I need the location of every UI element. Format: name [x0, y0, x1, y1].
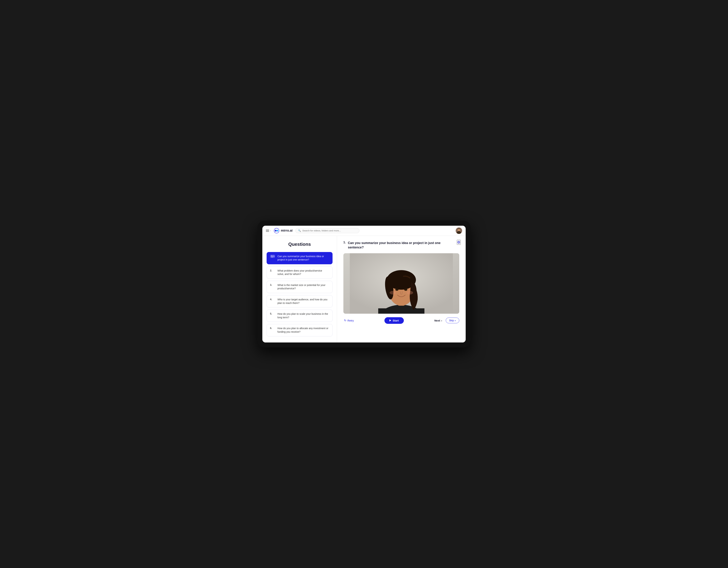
skip-arrows-icon: »: [455, 319, 456, 322]
main-content: Questions Q.1 Can you summarize your bus…: [262, 236, 466, 342]
right-panel: ⚙ 1. Can you summarize your business ide…: [337, 236, 466, 342]
question-item-6[interactable]: 6. How do you plan to allocate any inves…: [267, 324, 333, 336]
controls-center: Start: [357, 317, 431, 324]
video-area: [343, 253, 459, 314]
search-icon: 🔍: [298, 229, 301, 232]
skip-label: Skip: [449, 319, 454, 322]
logo-area[interactable]: mirro.ai: [274, 228, 293, 234]
question-text-1: Can you summarize your business idea or …: [277, 255, 329, 262]
avatar[interactable]: [456, 227, 462, 234]
retry-icon: ↻: [344, 319, 346, 322]
start-button[interactable]: Start: [384, 317, 404, 324]
search-bar[interactable]: 🔍: [295, 228, 359, 233]
app-window: › mirro.ai 🔍: [262, 226, 466, 342]
skip-button[interactable]: Skip »: [446, 318, 459, 323]
question-number-5: 5.: [270, 312, 275, 315]
question-number-2: 2.: [270, 269, 275, 272]
question-number-1: Q.1: [270, 255, 275, 258]
question-number-4: 4.: [270, 298, 275, 301]
active-question-text: Can you summarize your business idea or …: [348, 241, 452, 250]
svg-point-17: [407, 291, 413, 294]
settings-button[interactable]: ⚙: [457, 240, 461, 245]
svg-point-1: [275, 230, 277, 232]
question-number-6: 6.: [270, 327, 275, 329]
search-input[interactable]: [302, 229, 357, 232]
next-button[interactable]: Next ›: [434, 318, 443, 323]
question-number-3: 3.: [270, 283, 275, 286]
video-placeholder: [343, 253, 459, 314]
svg-point-14: [395, 289, 398, 291]
next-chevron-icon: ›: [441, 319, 442, 322]
top-bar: › mirro.ai 🔍: [262, 226, 466, 236]
hamburger-icon: [266, 230, 269, 232]
chevron-right-icon: ›: [270, 229, 271, 232]
question-text-4: Who is your target audience, and how do …: [277, 298, 329, 305]
question-text-6: How do you plan to allocate any investme…: [277, 327, 329, 334]
controls-area: ↻ Retry Start Next › Skip: [343, 317, 459, 324]
question-list: Q.1 Can you summarize your business idea…: [267, 252, 333, 336]
mirro-logo-icon: [274, 228, 279, 234]
svg-point-15: [404, 289, 407, 291]
person-illustration: [343, 253, 459, 314]
left-panel: Questions Q.1 Can you summarize your bus…: [262, 236, 337, 342]
svg-point-16: [390, 291, 396, 294]
question-text-5: How do you plan to scale your business i…: [277, 312, 329, 319]
avatar-image: [456, 227, 462, 234]
logo-text: mirro.ai: [281, 229, 293, 232]
question-text-2: What problem does your product/service s…: [277, 269, 329, 276]
play-icon: [389, 319, 391, 321]
question-item-3[interactable]: 3. What is the market size or potential …: [267, 281, 333, 293]
next-label: Next: [434, 319, 440, 322]
device-frame: › mirro.ai 🔍: [257, 221, 471, 347]
question-item-1[interactable]: Q.1 Can you summarize your business idea…: [267, 252, 333, 264]
svg-point-2: [277, 230, 278, 232]
question-text-3: What is the market size or potential for…: [277, 283, 329, 290]
active-question-header: 1. Can you summarize your business idea …: [343, 241, 459, 250]
question-item-5[interactable]: 5. How do you plan to scale your busines…: [267, 310, 333, 322]
question-item-4[interactable]: 4. Who is your target audience, and how …: [267, 295, 333, 307]
retry-label: Retry: [347, 319, 354, 322]
active-question-number: 1.: [343, 241, 346, 244]
retry-button[interactable]: ↻ Retry: [343, 318, 355, 323]
start-label: Start: [393, 319, 399, 322]
svg-rect-9: [378, 308, 424, 314]
questions-title: Questions: [267, 242, 333, 247]
hamburger-menu-button[interactable]: ›: [266, 229, 271, 232]
question-item-2[interactable]: 2. What problem does your product/servic…: [267, 266, 333, 279]
